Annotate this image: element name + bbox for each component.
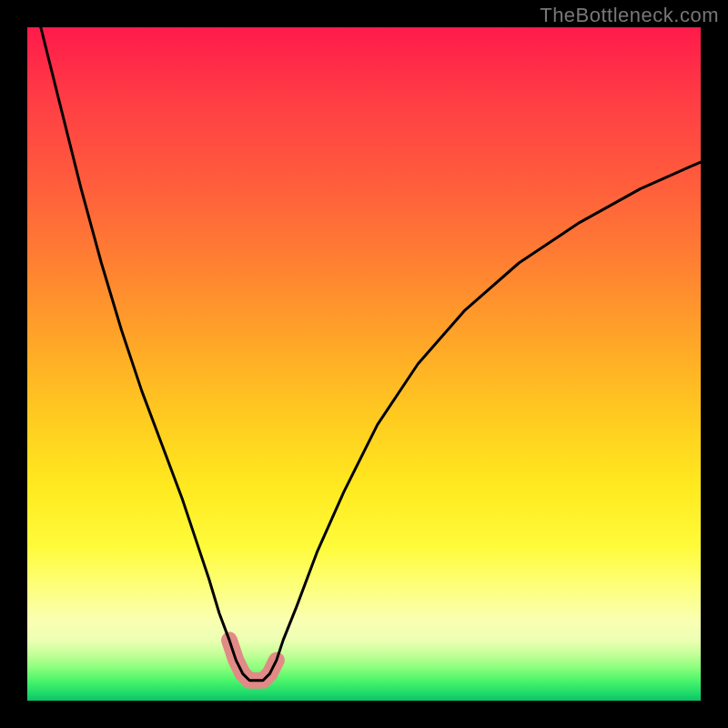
- curve-layer: [27, 27, 701, 701]
- plot-area: [27, 27, 701, 701]
- watermark-text: TheBottleneck.com: [540, 4, 719, 27]
- chart-stage: TheBottleneck.com: [0, 0, 728, 728]
- bottleneck-curve: [41, 27, 701, 681]
